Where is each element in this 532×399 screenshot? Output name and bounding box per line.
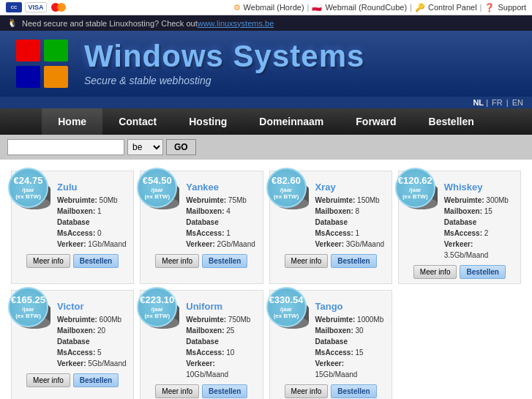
bestellen-button[interactable]: Bestellen bbox=[202, 384, 247, 398]
card-info: Tango Webruimte: 1000Mb Mailboxen: 30 Da… bbox=[315, 301, 387, 380]
card-info: Whiskey Webruimte: 300Mb Mailboxen: 15 D… bbox=[444, 182, 516, 261]
price-badge: €120.62 /jaar (ex BTW) bbox=[395, 168, 435, 208]
nav-contact[interactable]: Contact bbox=[102, 108, 173, 135]
price-badge: €330.54 /jaar (ex BTW) bbox=[266, 287, 307, 327]
card-actions: Meer info Bestellen bbox=[145, 384, 258, 398]
meer-info-button[interactable]: Meer info bbox=[155, 254, 199, 268]
bestellen-button[interactable]: Bestellen bbox=[460, 265, 505, 279]
price-amount: €120.62 bbox=[398, 175, 432, 187]
linux-icon: 🐧 bbox=[7, 18, 18, 28]
price-amount: €82.60 bbox=[271, 175, 301, 187]
hosting-card-xray: €82.60 /jaar (ex BTW) Xray Webruimte: 15… bbox=[269, 171, 392, 284]
bestellen-button[interactable]: Bestellen bbox=[73, 373, 119, 387]
svg-rect-4 bbox=[16, 66, 40, 88]
nav-bestellen[interactable]: Bestellen bbox=[413, 108, 490, 135]
hosting-card-tango: €330.54 /jaar (ex BTW) Tango Webruimte: … bbox=[269, 290, 392, 399]
card-details: Webruimte: 600Mb Mailboxen: 20 Database … bbox=[57, 314, 129, 369]
language-bar: NL | FR | EN bbox=[0, 97, 532, 108]
price-amount: €223.10 bbox=[140, 294, 174, 306]
meer-info-button[interactable]: Meer info bbox=[285, 384, 329, 398]
hosting-card-yankee: €54.50 /jaar (ex BTW) Yankee Webruimte: … bbox=[140, 171, 263, 284]
search-bar: be com net org GO bbox=[0, 135, 532, 160]
nav-domeinnaam[interactable]: Domeinnaam bbox=[243, 108, 340, 135]
search-button[interactable]: GO bbox=[166, 139, 196, 155]
card-actions: Meer info Bestellen bbox=[16, 373, 129, 387]
price-per: /jaar bbox=[151, 187, 163, 194]
svg-rect-5 bbox=[44, 66, 68, 88]
tld-select[interactable]: be com net org bbox=[127, 139, 163, 155]
info-text: Need secure and stable Linuxhosting? Che… bbox=[22, 19, 198, 28]
price-amount: €54.50 bbox=[143, 175, 172, 187]
card-info: Yankee Webruimte: 75Mb Mailboxen: 4 Data… bbox=[186, 182, 258, 250]
card-title: Zulu bbox=[57, 182, 129, 193]
hosting-grid: €24.75 /jaar (ex BTW) Zulu Webruimte: 50… bbox=[7, 167, 525, 399]
main-nav: Home Contact Hosting Domeinnaam Forward … bbox=[0, 108, 532, 135]
bestellen-button[interactable]: Bestellen bbox=[331, 254, 376, 268]
price-badge: €24.75 /jaar (ex BTW) bbox=[8, 168, 48, 208]
visa-icon: VISA bbox=[25, 2, 47, 12]
lang-fr[interactable]: FR bbox=[492, 98, 503, 107]
price-amount: €24.75 bbox=[14, 175, 43, 187]
nav-hosting[interactable]: Hosting bbox=[173, 108, 243, 135]
svg-rect-2 bbox=[16, 40, 40, 61]
main-content: €24.75 /jaar (ex BTW) Zulu Webruimte: 50… bbox=[0, 160, 532, 399]
meer-info-button[interactable]: Meer info bbox=[26, 254, 70, 268]
price-exbtw: (ex BTW) bbox=[15, 313, 41, 320]
payment-icons: CC VISA bbox=[6, 2, 67, 12]
price-per: /jaar bbox=[22, 187, 34, 194]
svg-point-1 bbox=[57, 3, 66, 12]
card-info: Victor Webruimte: 600Mb Mailboxen: 20 Da… bbox=[57, 301, 129, 369]
top-links: ⚙ Webmail (Horde) | 🇵🇱 Webmail (RoundCub… bbox=[233, 3, 526, 12]
hosting-card-uniform: €223.10 /jaar (ex BTW) Uniform Webruimte… bbox=[140, 290, 263, 399]
header-title-block: Windows Systems Secure & stable webhosti… bbox=[84, 41, 517, 86]
meer-info-button[interactable]: Meer info bbox=[26, 373, 70, 387]
card-actions: Meer info Bestellen bbox=[145, 254, 258, 268]
price-amount: €330.54 bbox=[269, 294, 304, 306]
help-icon: ❓ bbox=[484, 3, 495, 12]
flag-nl-icon: 🇵🇱 bbox=[312, 3, 322, 12]
card-details: Webruimte: 50Mb Mailboxen: 1 Database Ms… bbox=[57, 195, 129, 250]
card-title: Tango bbox=[315, 301, 387, 312]
meer-info-button[interactable]: Meer info bbox=[285, 254, 329, 268]
card-info: Zulu Webruimte: 50Mb Mailboxen: 1 Databa… bbox=[57, 182, 129, 250]
lang-nl[interactable]: NL bbox=[473, 98, 484, 107]
bestellen-button[interactable]: Bestellen bbox=[202, 254, 247, 268]
card-actions: Meer info Bestellen bbox=[16, 254, 129, 268]
price-badge: €82.60 /jaar (ex BTW) bbox=[266, 168, 307, 208]
price-badge: €223.10 /jaar (ex BTW) bbox=[137, 287, 177, 327]
card-title: Victor bbox=[57, 301, 129, 312]
card-title: Whiskey bbox=[444, 182, 516, 193]
mastercard-icon bbox=[50, 2, 67, 12]
webmail-roundcube-link[interactable]: Webmail (RoundCube) bbox=[325, 3, 407, 12]
info-bar: 🐧 Need secure and stable Linuxhosting? C… bbox=[0, 15, 532, 31]
price-badge: €54.50 /jaar (ex BTW) bbox=[137, 168, 177, 208]
support-link[interactable]: Support bbox=[498, 3, 526, 12]
price-per: /jaar bbox=[409, 187, 421, 194]
card-actions: Meer info Bestellen bbox=[274, 254, 387, 268]
bestellen-button[interactable]: Bestellen bbox=[331, 384, 376, 398]
webmail-horde-link[interactable]: Webmail (Horde) bbox=[244, 3, 304, 12]
bestellen-button[interactable]: Bestellen bbox=[73, 254, 119, 268]
control-panel-link[interactable]: Control Panel bbox=[428, 3, 477, 12]
price-exbtw: (ex BTW) bbox=[15, 193, 41, 201]
site-title: Windows Systems bbox=[84, 41, 517, 72]
meer-info-button[interactable]: Meer info bbox=[155, 384, 199, 398]
price-exbtw: (ex BTW) bbox=[402, 193, 428, 201]
meer-info-button[interactable]: Meer info bbox=[413, 265, 457, 279]
price-per: /jaar bbox=[22, 306, 34, 313]
nav-home[interactable]: Home bbox=[42, 108, 102, 135]
search-input[interactable] bbox=[7, 139, 124, 155]
card-actions: Meer info Bestellen bbox=[274, 384, 387, 398]
header: Windows Systems Secure & stable webhosti… bbox=[0, 31, 532, 97]
lang-en[interactable]: EN bbox=[512, 98, 523, 107]
nav-forward[interactable]: Forward bbox=[340, 108, 412, 135]
card-actions: Meer info Bestellen bbox=[403, 265, 516, 279]
price-per: /jaar bbox=[280, 187, 292, 194]
linux-systems-link[interactable]: www.linuxsystems.be bbox=[198, 19, 274, 28]
price-exbtw: (ex BTW) bbox=[274, 313, 299, 320]
top-bar: CC VISA ⚙ Webmail (Horde) | 🇵🇱 Webmail (… bbox=[0, 0, 532, 15]
card-info: Uniform Webruimte: 750Mb Mailboxen: 25 D… bbox=[186, 301, 258, 380]
price-amount: €165.25 bbox=[11, 294, 45, 306]
card-details: Webruimte: 300Mb Mailboxen: 15 Database … bbox=[444, 195, 516, 261]
key-icon: 🔑 bbox=[415, 3, 425, 12]
